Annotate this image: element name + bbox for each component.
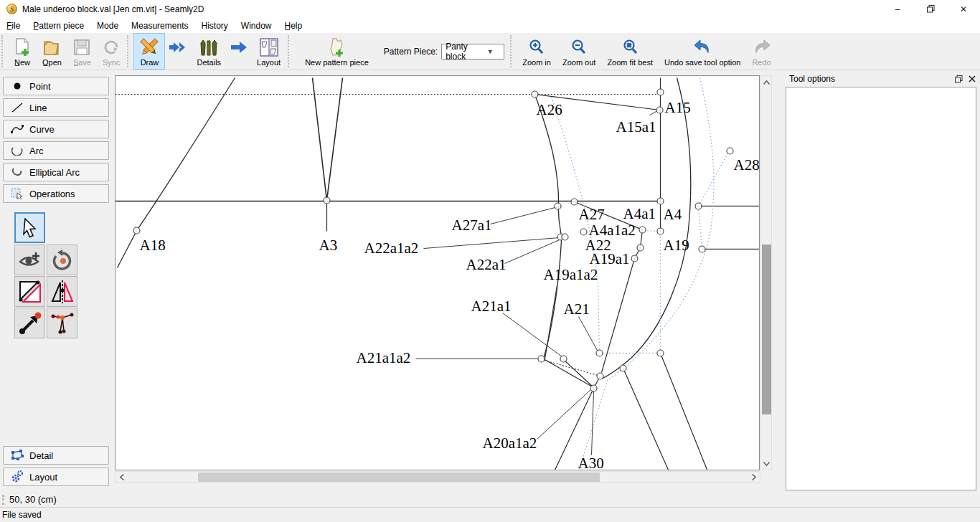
pattern-point[interactable] [555,203,561,209]
category-elliptical-arc-button[interactable]: Elliptical Arc [3,163,109,181]
point-label[interactable]: A27 [579,206,605,223]
zoom-in-button[interactable]: Zoom in [517,33,557,70]
pattern-point[interactable] [324,197,330,204]
pattern-point[interactable] [560,356,567,362]
point-label[interactable]: A18 [140,237,166,254]
pattern-piece-combobox[interactable]: Panty block ▼ [441,44,504,60]
add-to-group-tool-button[interactable] [14,245,45,275]
new-pattern-piece-button[interactable]: New pattern piece [294,33,380,70]
toolbar-grip[interactable] [510,35,515,67]
scroll-down-arrow[interactable] [762,459,771,468]
pattern-point[interactable] [657,228,664,234]
sync-button[interactable]: Sync [97,33,126,70]
point-label[interactable]: A19a1 [590,250,630,267]
true-darts-tool-button[interactable] [47,308,77,338]
coordinate-bar-grip[interactable] [2,495,5,505]
menu-window[interactable]: Window [235,19,278,33]
category-arc-button[interactable]: Arc [3,141,109,160]
details-mode-button[interactable]: Details [191,33,227,70]
point-label[interactable]: A4a1 [623,205,656,222]
pattern-point[interactable] [699,246,705,252]
menu-pattern-piece[interactable]: P̲attern piece [27,19,90,33]
vertical-scroll-thumb[interactable] [762,245,771,414]
category-curve-button[interactable]: Curve [3,120,109,138]
point-label[interactable]: A26 [537,101,562,118]
point-label[interactable]: A22a1a2 [364,239,419,257]
draw-mode-button[interactable]: Draw [133,33,165,70]
dock-close-icon[interactable] [969,75,976,82]
scroll-up-arrow[interactable] [762,77,771,87]
pattern-point[interactable] [639,227,646,233]
pattern-point[interactable] [532,91,538,98]
pattern-point[interactable] [596,350,603,356]
category-operations-button[interactable]: Operations [3,184,109,203]
undo-button[interactable]: Undo save tool option [659,33,746,70]
toolbar-grip[interactable] [127,35,132,67]
move-point-tool-button[interactable] [14,308,45,338]
point-label[interactable]: A22a1 [466,256,507,273]
pointer-tool-button[interactable] [14,212,45,243]
menu-mode[interactable]: Mode [90,19,125,33]
menu-history[interactable]: History [194,19,234,33]
mirror-tool-button[interactable] [47,276,77,307]
vertical-scrollbar[interactable] [760,75,772,470]
menu-file[interactable]: F̲ile [0,19,27,33]
point-label[interactable]: A21 [564,300,590,318]
point-label[interactable]: A19a1a2 [544,266,598,283]
new-button[interactable]: N̲ew [8,33,37,70]
point-label[interactable]: A30 [578,455,604,470]
detail-mode-button[interactable]: Detail [3,446,109,465]
pattern-point[interactable] [656,107,663,113]
pattern-point[interactable] [580,229,587,235]
point-label[interactable]: A4 [664,206,682,223]
move-tool-button[interactable] [14,276,45,307]
minimize-button[interactable]: – [881,0,914,18]
redo-button[interactable]: Redo [746,33,776,70]
pattern-point[interactable] [597,373,603,379]
pattern-point[interactable] [562,234,568,240]
point-label[interactable]: A15 [665,99,691,116]
category-line-button[interactable]: Line [3,98,109,117]
horizontal-scroll-thumb[interactable] [198,473,600,482]
close-button[interactable]: ✕ [947,0,980,18]
point-label[interactable]: A21a1 [471,298,512,315]
open-button[interactable]: O̲pen [37,33,67,70]
pattern-point[interactable] [590,385,597,392]
toolbar-grip[interactable] [1,35,6,67]
layout-mode-button[interactable]: Layout [251,33,286,70]
save-button[interactable]: S̲ave [67,33,97,70]
pattern-point[interactable] [571,199,578,205]
point-label[interactable]: A19 [664,237,689,254]
pattern-point[interactable] [538,356,545,362]
pattern-point[interactable] [657,89,664,95]
pattern-point[interactable] [620,365,626,371]
pattern-point[interactable] [631,255,638,262]
pattern-point[interactable] [657,350,664,356]
point-label[interactable]: A20a1a2 [483,435,537,452]
point-label[interactable]: A21a1a2 [357,349,411,366]
horizontal-scrollbar[interactable] [115,471,760,483]
zoom-out-button[interactable]: Zoom out [557,33,601,70]
point-label[interactable]: A28 [734,156,760,174]
pattern-point[interactable] [695,203,702,209]
rotate-tool-button[interactable] [47,245,77,275]
menu-measurements[interactable]: Measurements [125,19,194,33]
scroll-left-arrow[interactable] [117,473,126,482]
drawing-canvas[interactable]: A26A15A15a1A28A18A3A27a1A22a1a2A22a1A27A… [115,75,760,470]
pattern-point[interactable] [637,245,644,251]
category-point-button[interactable]: Point [3,77,109,95]
dock-float-icon[interactable] [955,75,963,83]
restore-button[interactable] [914,0,947,18]
point-label[interactable]: A27a1 [452,217,492,234]
toolbar-grip[interactable] [288,35,293,67]
pattern-point[interactable] [727,148,733,154]
menu-help[interactable]: H̲elp [278,19,309,33]
zoom-fit-best-button[interactable]: Zoom fit best [601,33,659,70]
pattern-point[interactable] [133,227,140,234]
point-label[interactable]: A3 [319,237,338,254]
zoom-in-icon [528,37,545,57]
pattern-point[interactable] [657,198,664,204]
layout-bottom-button[interactable]: Layout [3,468,109,486]
scroll-right-arrow[interactable] [749,473,758,482]
point-label[interactable]: A15a1 [616,118,656,136]
